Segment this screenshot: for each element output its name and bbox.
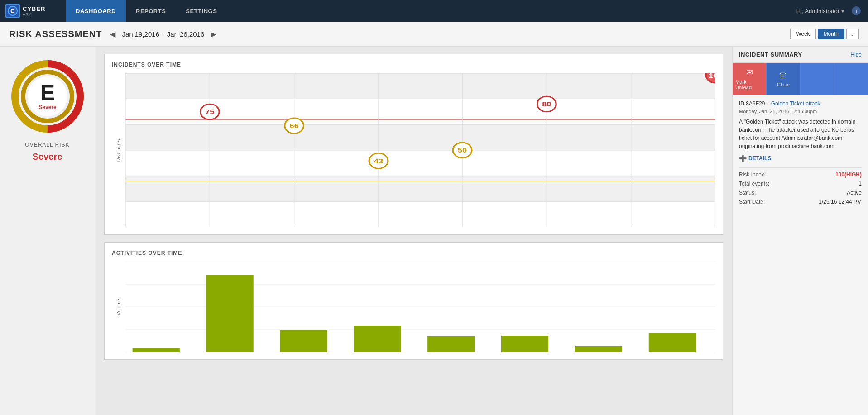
svg-rect-69 (280, 330, 327, 352)
activities-chart-section: ACTIVITIES OVER TIME Volume (104, 242, 723, 360)
logo-area: C CYBER ARK (0, 0, 66, 22)
total-events-label: Total events: (739, 181, 800, 187)
action-buttons: ✉ Mark Unread 🗑 Close (733, 63, 868, 95)
svg-rect-67 (133, 348, 180, 352)
action-button-4[interactable] (834, 63, 868, 95)
svg-rect-11 (125, 125, 715, 150)
date-range: Jan 19,2016 – Jan 26,2016 (122, 30, 204, 38)
risk-index-label: Risk Index: (739, 172, 800, 178)
incident-timestamp: Monday, Jan. 25, 2016 12:46:00pm (739, 109, 862, 114)
page-title: RISK ASSESSMENT (9, 29, 102, 39)
close-button[interactable]: 🗑 Close (767, 63, 801, 95)
incident-details: ID 8A9F29 – Golden Ticket attack Monday,… (733, 95, 868, 210)
user-greeting: Hi, Administrator (796, 8, 839, 14)
mark-unread-icon: ✉ (746, 67, 753, 77)
incidents-chart-section: INCIDENTS OVER TIME Risk Index (104, 54, 723, 235)
date-navigation: ◀ Jan 19,2016 – Jan 26,2016 ▶ (107, 29, 219, 39)
next-date-arrow[interactable]: ▶ (208, 29, 219, 39)
svg-text:75: 75 (205, 108, 214, 116)
risk-index-value: 100(HIGH) (801, 172, 862, 178)
svg-rect-12 (125, 176, 715, 201)
info-grid: Risk Index: 100(HIGH) Total events: 1 St… (739, 172, 862, 205)
details-label: DETAILS (748, 155, 771, 162)
overall-risk-value: Severe (33, 152, 62, 162)
content-area: INCIDENTS OVER TIME Risk Index (95, 47, 732, 415)
logo-sub: ARK (23, 12, 46, 17)
plus-icon: ➕ (739, 155, 747, 162)
incident-description: A "Golden Ticket" attack was detected in… (739, 118, 862, 150)
prev-date-arrow[interactable]: ◀ (107, 29, 118, 39)
main-layout: E Severe OVERALL RISK Severe INCIDENTS O… (0, 47, 868, 415)
details-link[interactable]: ➕ DETAILS (739, 155, 862, 162)
svg-rect-70 (354, 326, 401, 352)
view-buttons: Week Month ... (790, 29, 859, 39)
top-navigation: C CYBER ARK DASHBOARD REPORTS SETTINGS H… (0, 0, 868, 22)
svg-rect-72 (501, 336, 548, 352)
action-button-3[interactable] (801, 63, 834, 95)
user-area: Hi, Administrator ▾ i (789, 6, 868, 15)
hide-link[interactable]: Hide (850, 52, 862, 58)
mark-unread-button[interactable]: ✉ Mark Unread (733, 63, 767, 95)
info-icon[interactable]: i (852, 6, 861, 15)
incident-summary-header: INCIDENT SUMMARY Hide (733, 47, 868, 63)
left-panel: E Severe OVERALL RISK Severe (0, 47, 95, 415)
incidents-y-axis-label: Risk Index (116, 138, 121, 162)
incident-id: ID 8A9F29 – Golden Ticket attack (739, 100, 862, 107)
week-view-button[interactable]: Week (790, 29, 815, 39)
right-panel: INCIDENT SUMMARY Hide ✉ Mark Unread 🗑 Cl… (732, 47, 868, 415)
svg-rect-68 (206, 275, 254, 352)
svg-rect-73 (575, 346, 622, 352)
activities-chart-title: ACTIVITIES OVER TIME (112, 250, 715, 256)
start-date-label: Start Date: (739, 199, 800, 205)
status-label: Status: (739, 190, 800, 196)
total-events-value: 1 (801, 181, 862, 187)
close-label: Close (777, 82, 790, 87)
svg-text:43: 43 (374, 157, 383, 165)
donut-chart: E Severe (11, 60, 84, 133)
svg-text:E: E (40, 81, 54, 105)
svg-rect-74 (649, 333, 696, 352)
svg-text:C: C (10, 7, 15, 14)
logo-text: CYBER (23, 5, 46, 12)
svg-rect-10 (125, 73, 715, 99)
close-icon: 🗑 (779, 71, 787, 80)
svg-text:50: 50 (458, 147, 467, 154)
logo-icon: C (5, 4, 20, 18)
incidents-chart-title: INCIDENTS OVER TIME (112, 62, 715, 68)
more-view-button[interactable]: ... (846, 29, 859, 39)
month-view-button[interactable]: Month (818, 29, 844, 39)
mark-unread-label: Mark Unread (735, 79, 763, 90)
incident-link[interactable]: Golden Ticket attack (771, 100, 820, 107)
start-date-value: 1/25/16 12:44 PM (801, 199, 862, 205)
svg-text:80: 80 (542, 100, 551, 108)
svg-text:Severe: Severe (38, 104, 57, 110)
nav-item-settings[interactable]: SETTINGS (176, 0, 227, 22)
status-value: Active (801, 190, 862, 196)
overall-risk-label: OVERALL RISK (25, 142, 69, 148)
sub-header: RISK ASSESSMENT ◀ Jan 19,2016 – Jan 26,2… (0, 22, 868, 47)
nav-item-dashboard[interactable]: DASHBOARD (66, 0, 126, 22)
svg-text:66: 66 (290, 122, 299, 130)
incident-summary-title: INCIDENT SUMMARY (739, 51, 802, 58)
svg-text:100: 100 (709, 73, 715, 79)
nav-item-reports[interactable]: REPORTS (126, 0, 176, 22)
svg-rect-71 (427, 336, 475, 352)
activities-y-axis-label: Volume (116, 299, 121, 315)
nav-items: DASHBOARD REPORTS SETTINGS (66, 0, 227, 22)
